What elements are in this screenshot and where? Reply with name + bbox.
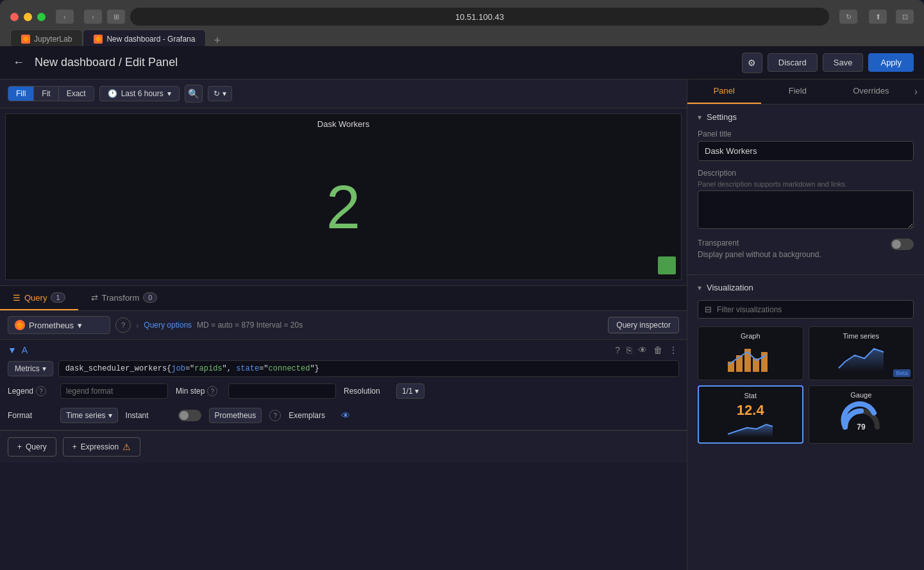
exemplars-label: Exemplars bbox=[289, 411, 333, 420]
apply-button[interactable]: Apply bbox=[868, 53, 914, 72]
tab-panel[interactable]: Panel bbox=[687, 80, 761, 104]
exact-button[interactable]: Exact bbox=[59, 87, 94, 101]
browser-tab-jupyter[interactable]: 🔶 JupyterLab bbox=[10, 29, 83, 47]
query-options-link[interactable]: Query options bbox=[144, 321, 192, 330]
panel-title-input[interactable] bbox=[698, 141, 914, 161]
legend-format-input[interactable] bbox=[60, 383, 168, 399]
query-inspector-button[interactable]: Query inspector bbox=[608, 317, 679, 333]
browser-menu-button[interactable]: ⊡ bbox=[896, 10, 914, 24]
query-more-button[interactable]: ⋮ bbox=[668, 344, 679, 356]
prometheus-info-button[interactable]: ? bbox=[269, 410, 281, 421]
visualization-section-header[interactable]: ▾ Visualization bbox=[698, 283, 914, 292]
add-expression-button[interactable]: + Expression ⚠ bbox=[63, 437, 140, 457]
address-bar[interactable] bbox=[130, 8, 829, 26]
metrics-chevron: ▾ bbox=[42, 364, 46, 373]
metrics-selector[interactable]: Metrics ▾ bbox=[8, 361, 53, 376]
query-collapse-button[interactable]: ▼ bbox=[8, 345, 17, 355]
min-step-text: Min step bbox=[176, 387, 205, 396]
min-step-info-button[interactable]: ? bbox=[207, 386, 217, 396]
back-button[interactable]: ← bbox=[10, 53, 27, 72]
visualization-section: ▾ Visualization ⊟ Graph bbox=[687, 275, 924, 451]
description-textarea[interactable] bbox=[698, 190, 914, 229]
datasource-selector[interactable]: 🔶 Prometheus ▾ bbox=[8, 316, 110, 334]
transparent-toggle[interactable] bbox=[891, 239, 914, 250]
browser-add-tab-button[interactable]: + bbox=[208, 34, 226, 47]
svg-text:79: 79 bbox=[857, 423, 866, 430]
time-range-picker[interactable]: 🕐 Last 6 hours ▾ bbox=[99, 86, 180, 101]
gauge-chart-icon: 79 bbox=[839, 401, 884, 430]
tab-query[interactable]: ☰ Query 1 bbox=[0, 286, 78, 310]
browser-minimize-dot[interactable] bbox=[24, 13, 32, 21]
add-query-label: Query bbox=[26, 442, 47, 451]
browser-forward-button[interactable]: › bbox=[84, 10, 102, 24]
viz-card-time-series[interactable]: Time series Beta bbox=[809, 326, 914, 380]
query-row-actions: ? ⎘ 👁 🗑 ⋮ bbox=[614, 344, 679, 356]
query-meta: MD = auto = 879 Interval = 20s bbox=[197, 321, 603, 330]
browser-tab-grafana[interactable]: 🔶 New dashboard - Grafana bbox=[83, 29, 206, 47]
filter-icon: ⊟ bbox=[705, 305, 712, 314]
datasource-info-button[interactable]: ? bbox=[115, 317, 131, 333]
query-delete-button[interactable]: 🗑 bbox=[652, 344, 664, 356]
min-step-input[interactable] bbox=[228, 383, 336, 399]
panel-tab-label: Panel bbox=[714, 86, 735, 96]
format-value: Time series bbox=[66, 411, 106, 420]
discard-button[interactable]: Discard bbox=[768, 53, 818, 72]
datasource-label: Prometheus bbox=[29, 321, 74, 330]
query-copy-button[interactable]: ⎘ bbox=[625, 344, 633, 356]
format-chevron: ▾ bbox=[108, 411, 112, 420]
query-controls-bar: 🔶 Prometheus ▾ ? › Query options MD = au… bbox=[0, 311, 687, 340]
prometheus-selector[interactable]: Prometheus bbox=[209, 408, 262, 423]
visualization-filter-input[interactable] bbox=[717, 305, 907, 314]
settings-icon-button[interactable]: ⚙ bbox=[742, 53, 762, 73]
resolution-select[interactable]: 1/1 ▾ bbox=[396, 383, 424, 399]
settings-chevron-icon: ▾ bbox=[698, 113, 701, 122]
browser-back-button[interactable]: ‹ bbox=[56, 10, 74, 24]
settings-section-title: Settings bbox=[707, 112, 737, 122]
app: ← New dashboard / Edit Panel ⚙ Discard S… bbox=[0, 46, 924, 570]
description-hint: Panel description supports markdown and … bbox=[698, 180, 914, 188]
field-tab-label: Field bbox=[789, 86, 807, 96]
preview-corner-indicator bbox=[658, 256, 676, 274]
query-help-button[interactable]: ? bbox=[614, 344, 621, 356]
tab-field[interactable]: Field bbox=[761, 80, 835, 104]
legend-info-button[interactable]: ? bbox=[36, 386, 46, 396]
gauge-card-title: Gauge bbox=[850, 391, 871, 399]
fill-button[interactable]: Fill bbox=[8, 87, 34, 101]
query-expression-input[interactable]: dask_scheduler_workers{job="rapids", sta… bbox=[58, 360, 679, 377]
save-button[interactable]: Save bbox=[823, 53, 864, 72]
tab-overrides[interactable]: Overrides bbox=[834, 80, 908, 104]
browser-refresh-button[interactable]: ↻ bbox=[839, 10, 857, 24]
browser-window-button[interactable]: ⊞ bbox=[107, 10, 125, 24]
jupyter-favicon: 🔶 bbox=[21, 35, 30, 44]
query-tab-label: Query bbox=[24, 293, 47, 303]
grafana-tab-label: New dashboard - Grafana bbox=[106, 35, 195, 44]
query-hide-button[interactable]: 👁 bbox=[637, 344, 648, 356]
panel-toolbar: Fill Fit Exact 🕐 Last 6 hours ▾ 🔍 ↻ ▾ bbox=[0, 80, 687, 108]
refresh-icon: ↻ bbox=[214, 89, 220, 98]
right-panel: Panel Field Overrides › ▾ Settings Panel… bbox=[687, 80, 924, 570]
browser-close-dot[interactable] bbox=[10, 13, 19, 21]
browser-maximize-dot[interactable] bbox=[37, 13, 46, 21]
settings-section-header[interactable]: ▾ Settings bbox=[698, 112, 914, 122]
zoom-group: Fill Fit Exact bbox=[8, 86, 94, 101]
zoom-out-button[interactable]: 🔍 bbox=[185, 85, 203, 103]
metrics-label: Metrics bbox=[15, 364, 40, 373]
viz-card-gauge[interactable]: Gauge 79 bbox=[809, 385, 914, 444]
tab-transform[interactable]: ⇄ Transform 0 bbox=[78, 286, 171, 310]
format-select[interactable]: Time series ▾ bbox=[60, 408, 118, 423]
browser-share-button[interactable]: ⬆ bbox=[869, 10, 887, 24]
transparent-group: Transparent Display panel without a back… bbox=[698, 239, 914, 259]
description-label: Description bbox=[698, 169, 914, 178]
refresh-button[interactable]: ↻ ▾ bbox=[208, 86, 232, 101]
instant-toggle[interactable] bbox=[178, 410, 201, 421]
right-panel-expand-button[interactable]: › bbox=[908, 80, 924, 104]
add-query-button[interactable]: + Query bbox=[8, 437, 56, 457]
fit-button[interactable]: Fit bbox=[34, 87, 58, 101]
visualization-grid: Graph Time series bbox=[698, 326, 914, 444]
description-group: Description Panel description supports m… bbox=[698, 169, 914, 231]
instant-label: Instant bbox=[126, 411, 171, 420]
left-panel: Fill Fit Exact 🕐 Last 6 hours ▾ 🔍 ↻ ▾ Da… bbox=[0, 80, 687, 570]
viz-card-stat[interactable]: Stat 12.4 bbox=[698, 385, 803, 444]
viz-card-graph[interactable]: Graph bbox=[698, 326, 803, 380]
browser-chrome: ‹ › ⊞ ↻ ⬆ ⊡ 🔶 JupyterLab 🔶 New dashboard… bbox=[0, 0, 924, 46]
